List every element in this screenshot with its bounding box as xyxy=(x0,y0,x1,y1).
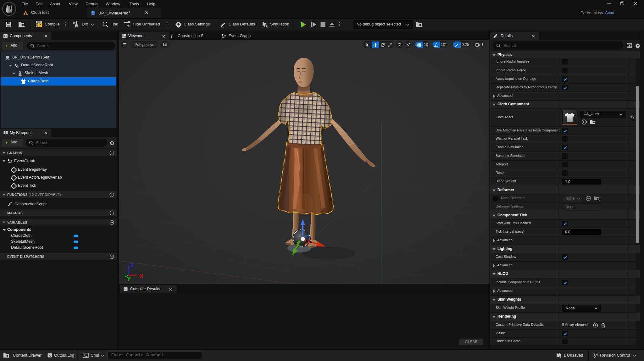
svg-text:Z: Z xyxy=(131,262,134,268)
svg-text:?: ? xyxy=(39,23,41,27)
svg-text:X: X xyxy=(140,273,143,279)
svg-text:Y: Y xyxy=(127,276,131,282)
